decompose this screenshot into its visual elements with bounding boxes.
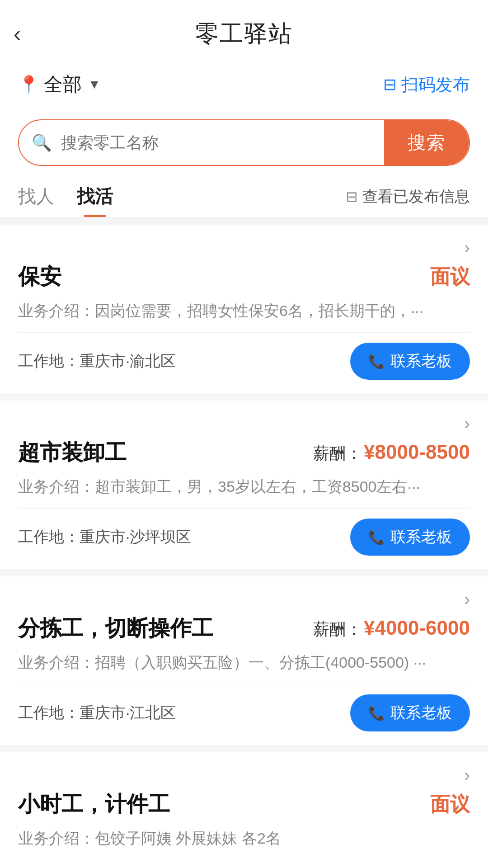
divider [18,332,470,333]
header: ‹ 零工驿站 [0,0,488,59]
job-card-3[interactable]: › 分拣工，切断操作工 薪酬：¥4000-6000 业务介绍：招聘（入职购买五险… [0,576,488,745]
contact-button-label: 联系老板 [390,527,452,547]
contact-boss-button[interactable]: 📞 联系老板 [350,694,470,731]
back-button[interactable]: ‹ [14,23,21,45]
job-description: 业务介绍：因岗位需要，招聘女性保安6名，招长期干的，··· [18,299,470,322]
location-text: 全部 [44,72,82,97]
tab-find-people[interactable]: 找人 [18,184,54,217]
qr-publish-label: 扫码发布 [401,73,470,96]
job-list: › 保安 面议 业务介绍：因岗位需要，招聘女性保安6名，招长期干的，··· 工作… [0,225,488,868]
divider [18,508,470,509]
chevron-right-icon: › [464,238,470,258]
location-selector[interactable]: 📍 全部 ▼ [18,72,101,97]
job-description: 业务介绍：招聘（入职购买五险）一、分拣工(4000-5500) ··· [18,651,470,674]
job-location: 工作地：重庆市·沙坪坝区 [18,527,191,547]
divider [18,684,470,684]
search-input[interactable] [61,123,384,162]
job-location: 工作地：重庆市·江北区 [18,703,176,723]
location-icon: 📍 [18,75,39,94]
job-title: 超市装卸工 [18,438,127,467]
tab-find-jobs[interactable]: 找活 [77,184,113,217]
tabs-left: 找人 找活 [18,184,113,217]
search-button[interactable]: 搜索 [384,120,469,165]
tabs-row: 找人 找活 ⊟ 查看已发布信息 [0,179,488,217]
chevron-right-icon: › [464,766,470,785]
job-description: 业务介绍：超市装卸工，男，35岁以左右，工资8500左右··· [18,475,470,498]
qr-publish-button[interactable]: ⊟ 扫码发布 [383,73,470,96]
search-container: 🔍 搜索 [0,110,488,179]
chevron-down-icon: ▼ [88,77,101,92]
job-salary: 薪酬：¥4000-6000 [313,617,470,641]
job-card-2[interactable]: › 超市装卸工 薪酬：¥8000-8500 业务介绍：超市装卸工，男，35岁以左… [0,401,488,569]
page-title: 零工驿站 [195,18,293,50]
chevron-right-icon: › [464,414,470,434]
job-title: 保安 [18,262,61,291]
view-published-label: 查看已发布信息 [362,186,470,207]
search-bar: 🔍 搜索 [18,119,470,166]
phone-icon: 📞 [368,529,385,545]
job-card-1[interactable]: › 保安 面议 业务介绍：因岗位需要，招聘女性保安6名，招长期干的，··· 工作… [0,225,488,393]
view-published-button[interactable]: ⊟ 查看已发布信息 [346,186,470,215]
job-location: 工作地：重庆市·渝北区 [18,351,176,372]
job-salary: 薪酬：¥8000-8500 [313,441,470,465]
search-icon: 🔍 [19,133,61,152]
job-title: 分拣工，切断操作工 [18,614,213,643]
job-salary: 面议 [430,791,470,818]
chevron-right-icon: › [464,590,470,609]
job-card-4[interactable]: › 小时工，计件工 面议 业务介绍：包饺子阿姨 外展妹妹 各2名 [0,752,488,868]
contact-boss-button[interactable]: 📞 联系老板 [350,343,470,380]
contact-button-label: 联系老板 [390,703,452,723]
job-salary: 面议 [430,264,470,290]
phone-icon: 📞 [368,705,385,721]
qr-code-icon: ⊟ [383,75,397,94]
contact-button-label: 联系老板 [390,351,452,372]
contact-boss-button[interactable]: 📞 联系老板 [350,519,470,556]
job-title: 小时工，计件工 [18,790,170,819]
job-description: 业务介绍：包饺子阿姨 外展妹妹 各2名 [18,827,470,850]
location-bar: 📍 全部 ▼ ⊟ 扫码发布 [0,59,488,110]
list-icon: ⊟ [346,188,358,205]
phone-icon: 📞 [368,354,385,369]
